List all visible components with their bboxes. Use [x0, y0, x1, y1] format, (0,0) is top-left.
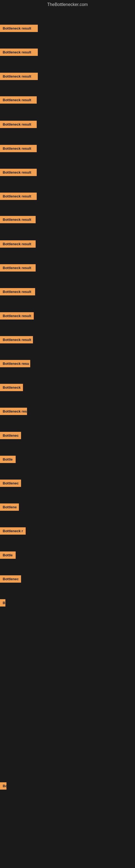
- site-title: TheBottlenecker.com: [0, 0, 135, 9]
- bottleneck-badge-22[interactable]: Bottleneck r: [0, 527, 26, 535]
- bottleneck-badge-container-3: Bottleneck result: [0, 73, 38, 81]
- bottleneck-badge-container-11: Bottleneck result: [0, 264, 36, 273]
- bottleneck-badge-container-6: Bottleneck result: [0, 145, 37, 153]
- bottleneck-badge-6[interactable]: Bottleneck result: [0, 145, 37, 152]
- bottleneck-badge-1[interactable]: Bottleneck result: [0, 25, 38, 32]
- bottleneck-badge-container-10: Bottleneck result: [0, 240, 36, 249]
- bottleneck-badge-5[interactable]: Bottleneck result: [0, 121, 37, 128]
- bottleneck-badge-7[interactable]: Bottleneck result: [0, 169, 37, 176]
- bottleneck-badge-14[interactable]: Bottleneck result: [0, 336, 33, 343]
- bottleneck-badge-container-22: Bottleneck r: [0, 527, 26, 536]
- bottleneck-badge-26[interactable]: Bo: [0, 782, 6, 789]
- bottleneck-badge-container-23: Bottle: [0, 552, 16, 560]
- bottleneck-badge-4[interactable]: Bottleneck result: [0, 96, 37, 104]
- bottleneck-badge-13[interactable]: Bottleneck result: [0, 312, 34, 319]
- bottleneck-badge-container-21: Bottlene: [0, 503, 19, 512]
- bottleneck-badge-container-24: Bottlenec: [0, 575, 21, 584]
- bottleneck-badge-8[interactable]: Bottleneck result: [0, 193, 37, 200]
- bottleneck-badge-2[interactable]: Bottleneck result: [0, 49, 38, 56]
- bottleneck-badge-11[interactable]: Bottleneck result: [0, 264, 36, 272]
- bottleneck-badge-container-7: Bottleneck result: [0, 169, 37, 177]
- bottleneck-badge-container-4: Bottleneck result: [0, 96, 37, 105]
- bottleneck-badge-container-1: Bottleneck result: [0, 25, 38, 33]
- bottleneck-badge-18[interactable]: Bottlenec: [0, 432, 21, 439]
- bottleneck-badge-container-14: Bottleneck result: [0, 336, 33, 344]
- bottleneck-badge-24[interactable]: Bottlenec: [0, 575, 21, 583]
- bottleneck-badge-20[interactable]: Bottlenec: [0, 479, 21, 487]
- bottleneck-badge-25[interactable]: B: [0, 599, 5, 607]
- bottleneck-badge-container-16: Bottleneck: [0, 384, 23, 392]
- bottleneck-badge-15[interactable]: Bottleneck resu: [0, 360, 30, 367]
- bottleneck-badge-container-8: Bottleneck result: [0, 193, 37, 201]
- bottleneck-badge-17[interactable]: Bottleneck res: [0, 408, 27, 415]
- bottleneck-badge-23[interactable]: Bottle: [0, 552, 16, 559]
- bottleneck-badge-3[interactable]: Bottleneck result: [0, 73, 38, 80]
- bottleneck-badge-container-12: Bottleneck result: [0, 288, 35, 297]
- bottleneck-badge-container-2: Bottleneck result: [0, 49, 38, 57]
- bottleneck-badge-container-25: B: [0, 599, 5, 608]
- bottleneck-badge-10[interactable]: Bottleneck result: [0, 240, 36, 248]
- bottleneck-badge-container-20: Bottlenec: [0, 479, 21, 488]
- bottleneck-badge-container-19: Bottle: [0, 456, 16, 464]
- bottleneck-badge-21[interactable]: Bottlene: [0, 503, 19, 511]
- bottleneck-badge-12[interactable]: Bottleneck result: [0, 288, 35, 296]
- bottleneck-badge-16[interactable]: Bottleneck: [0, 384, 23, 391]
- bottleneck-badge-container-18: Bottlenec: [0, 432, 21, 440]
- bottleneck-badge-container-26: Bo: [0, 782, 6, 791]
- bottleneck-badge-container-9: Bottleneck result: [0, 216, 36, 224]
- bottleneck-badge-9[interactable]: Bottleneck result: [0, 216, 36, 223]
- bottleneck-badge-container-15: Bottleneck resu: [0, 360, 30, 368]
- bottleneck-badge-container-13: Bottleneck result: [0, 312, 34, 321]
- bottleneck-badge-19[interactable]: Bottle: [0, 456, 16, 463]
- bottleneck-badge-container-5: Bottleneck result: [0, 121, 37, 129]
- bottleneck-badge-container-17: Bottleneck res: [0, 408, 27, 416]
